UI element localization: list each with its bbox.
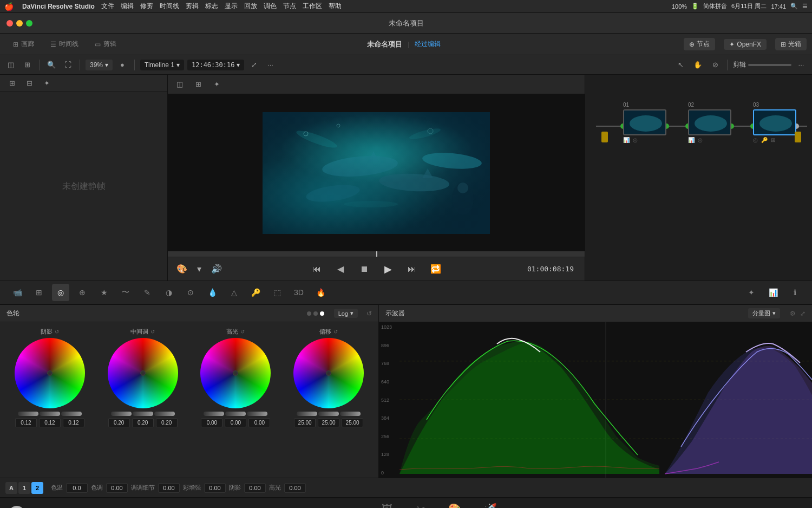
gallery-magic-btn[interactable]: ✦ (40, 77, 53, 90)
highlight-param-value[interactable]: 0.00 (284, 483, 306, 493)
node-03-thumb[interactable] (753, 109, 796, 135)
btn-1[interactable]: 1 (18, 482, 30, 494)
qualify-btn[interactable]: ⊕ (74, 284, 91, 301)
stop-btn[interactable]: ⏹ (357, 262, 372, 277)
fire-btn[interactable]: 🔥 (312, 284, 329, 301)
no-sync-btn[interactable]: ⊘ (709, 58, 722, 71)
shadow-slider-3[interactable] (61, 412, 82, 416)
cw-refresh-btn[interactable]: ↺ (366, 310, 372, 317)
node-02-thumb[interactable] (688, 109, 731, 135)
transform-btn[interactable]: ⛶ (61, 58, 74, 71)
cut-more-btn[interactable]: ··· (795, 58, 808, 71)
sidebar-toggle[interactable]: ◫ (4, 58, 17, 71)
search-btn[interactable]: 🔍 (45, 58, 58, 71)
play-btn[interactable]: ▶ (381, 262, 396, 277)
grid-tool-btn[interactable]: ⊞ (30, 284, 48, 301)
split-view-icon[interactable]: ◫ (173, 78, 186, 91)
zoom-level[interactable]: 39% ▾ (86, 60, 113, 70)
3d-btn[interactable]: 3D (290, 284, 307, 301)
tab-gallery[interactable]: ⊞ 画廊 (5, 37, 42, 51)
waveform-mode-selector[interactable]: 分量图 ▾ (748, 308, 780, 318)
openfx-button[interactable]: ✦ OpenFX (724, 39, 767, 50)
btn-2[interactable]: 2 (31, 482, 43, 494)
shadow-reset-btn[interactable]: ↺ (55, 329, 59, 335)
audio-btn[interactable]: 🔊 (209, 262, 224, 277)
offset-val-3[interactable]: 25.00 (342, 418, 363, 427)
menu-flag[interactable]: 标志 (205, 2, 218, 11)
dot-3[interactable] (320, 311, 324, 316)
box-btn[interactable]: ⬚ (269, 284, 286, 301)
tab-timeline[interactable]: ☰ 时间线 (43, 37, 86, 51)
color-temp-value[interactable]: 0.0 (66, 483, 88, 493)
shadow-val-2[interactable]: 0.12 (39, 418, 61, 427)
menu-trim[interactable]: 修剪 (140, 2, 153, 11)
shadow-val-3[interactable]: 0.12 (63, 418, 84, 427)
more-options-btn[interactable]: ··· (264, 58, 277, 71)
magic-mask-icon[interactable]: ✦ (210, 78, 223, 91)
midtone-val-1[interactable]: 0.20 (108, 418, 130, 427)
midtone-slider-2[interactable] (133, 412, 153, 416)
loop-btn[interactable]: 🔁 (428, 262, 443, 277)
color-picker-btn[interactable]: 🎨 (174, 262, 189, 277)
menu-view[interactable]: 显示 (225, 2, 238, 11)
curves-btn[interactable]: 〜 (117, 284, 134, 301)
camera-tool-btn[interactable]: 📹 (9, 284, 26, 301)
nav-deliver[interactable]: 🚀 导出 (473, 499, 508, 508)
midtone-val-3[interactable]: 0.20 (156, 418, 178, 427)
color-boost-value[interactable]: 0.00 (204, 483, 226, 493)
timeline-scrubber[interactable] (168, 251, 585, 257)
nav-media[interactable]: 🖼 媒体 (370, 500, 404, 509)
cut-mode-display[interactable]: 剪辑 (733, 60, 791, 69)
stars-btn[interactable]: ★ (95, 284, 113, 301)
halfcircle-btn[interactable]: ◑ (160, 284, 178, 301)
midtone-slider-1[interactable] (111, 412, 132, 416)
apple-icon[interactable]: 🍎 (4, 2, 14, 11)
offset-val-2[interactable]: 25.00 (318, 418, 339, 427)
node-01-thumb[interactable] (623, 109, 666, 135)
lightbox-button[interactable]: ⊞ 光箱 (775, 38, 807, 50)
offset-slider-2[interactable] (318, 412, 339, 416)
gallery-grid-view[interactable]: ⊟ (23, 77, 36, 90)
nav-edit[interactable]: ✂ 编辑 (404, 499, 437, 508)
dropdown-arrow[interactable]: ▾ (192, 262, 207, 277)
tab-cut[interactable]: ▭ 剪辑 (87, 37, 124, 51)
expand-viewer-btn[interactable]: ⤢ (247, 58, 260, 71)
target-btn[interactable]: ⊙ (182, 284, 199, 301)
dot-1[interactable] (307, 311, 311, 316)
fullscreen-btn[interactable]: ⊞ (21, 58, 34, 71)
timeline-name-display[interactable]: Timeline 1 ▾ (140, 60, 184, 70)
timecode-display[interactable]: 12:46:30:16 ▾ (187, 60, 244, 70)
highlight-color-wheel[interactable] (200, 338, 271, 408)
triangle-btn[interactable]: △ (225, 284, 243, 301)
dot-2[interactable] (313, 311, 318, 316)
zoom-fit-btn[interactable]: ● (116, 58, 129, 71)
menu-color[interactable]: 调色 (264, 2, 277, 11)
grid-overlay-icon[interactable]: ⊞ (192, 78, 205, 91)
menu-help[interactable]: 帮助 (329, 2, 342, 11)
maximize-button[interactable] (26, 20, 32, 27)
midtone-val-2[interactable]: 0.20 (132, 418, 154, 427)
offset-slider-3[interactable] (340, 412, 361, 416)
highlight-slider-1[interactable] (204, 412, 224, 416)
tint-value[interactable]: 0.00 (106, 483, 128, 493)
close-button[interactable] (6, 20, 13, 27)
midtone-reset-btn[interactable]: ↺ (150, 329, 155, 335)
menu-edit[interactable]: 编辑 (121, 2, 134, 11)
nodes-panel-button[interactable]: ⊕ 节点 (684, 38, 715, 50)
midtone-slider-3[interactable] (154, 412, 175, 416)
menu-clip[interactable]: 剪辑 (186, 2, 199, 11)
search-icon[interactable]: 🔍 (790, 3, 798, 10)
highlight-reset-btn[interactable]: ↺ (240, 329, 245, 335)
menu-workspace[interactable]: 工作区 (303, 2, 322, 11)
shadow-val-1[interactable]: 0.12 (15, 418, 37, 427)
highlight-val-2[interactable]: 0.00 (225, 418, 246, 427)
control-icon[interactable]: ☰ (802, 3, 808, 10)
offset-slider-1[interactable] (297, 412, 317, 416)
drop-btn[interactable]: 💧 (204, 284, 221, 301)
menu-playback[interactable]: 回放 (244, 2, 257, 11)
menu-file[interactable]: 文件 (101, 2, 114, 11)
highlight-slider-3[interactable] (247, 412, 267, 416)
mid-detail-value[interactable]: 0.00 (158, 483, 180, 493)
key-btn[interactable]: 🔑 (247, 284, 264, 301)
wf-expand-icon[interactable]: ⤢ (800, 310, 806, 317)
